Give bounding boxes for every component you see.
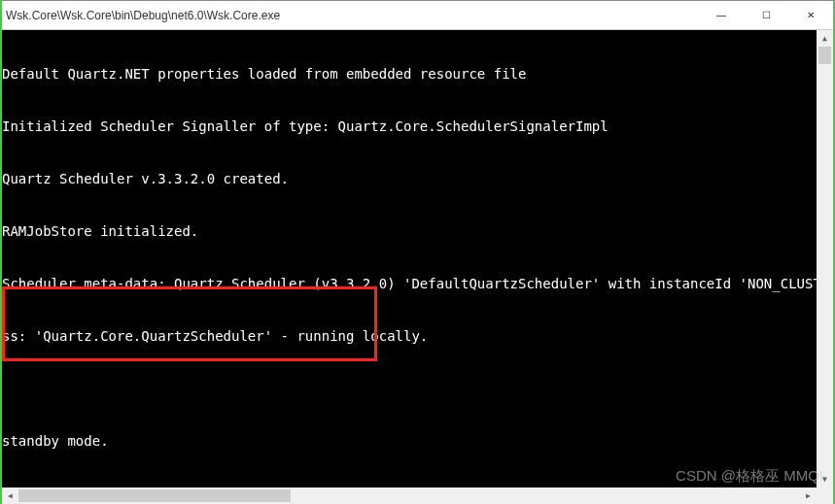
scroll-right-icon[interactable]: ▶ <box>800 487 817 504</box>
vertical-scrollbar[interactable]: ▲ ▼ <box>817 30 833 487</box>
scroll-down-icon[interactable]: ▼ <box>817 471 833 487</box>
scroll-track-h[interactable] <box>18 487 800 504</box>
scroll-thumb-v[interactable] <box>818 47 831 64</box>
scroll-thumb-h[interactable] <box>18 489 291 502</box>
highlight-annotation <box>2 286 377 361</box>
scroll-left-icon[interactable]: ◀ <box>2 487 18 504</box>
minimize-button[interactable]: — <box>699 1 744 29</box>
console-line: Default Quartz.NET properties loaded fro… <box>2 65 817 83</box>
console-area[interactable]: Default Quartz.NET properties loaded fro… <box>2 30 833 504</box>
console-line <box>2 380 817 397</box>
scrollbar-corner <box>817 487 833 504</box>
maximize-button[interactable]: ☐ <box>744 1 788 29</box>
console-line: Scheduler meta-data: Quartz Scheduler (v… <box>2 275 817 292</box>
window-title: Wsk.Core\Wsk.Core\bin\Debug\net6.0\Wsk.C… <box>2 9 699 22</box>
titlebar[interactable]: Wsk.Core\Wsk.Core\bin\Debug\net6.0\Wsk.C… <box>2 1 833 30</box>
close-button[interactable]: ✕ <box>788 1 833 29</box>
console-line: Initialized Scheduler Signaller of type:… <box>2 118 817 135</box>
console-line: Quartz Scheduler v.3.3.2.0 created. <box>2 170 817 187</box>
console-line: standby mode. <box>2 432 817 450</box>
scroll-track-v[interactable] <box>817 47 833 471</box>
horizontal-scrollbar[interactable]: ◀ ▶ <box>2 487 817 504</box>
app-window: Wsk.Core\Wsk.Core\bin\Debug\net6.0\Wsk.C… <box>0 0 835 504</box>
console-content: Default Quartz.NET properties loaded fro… <box>2 30 817 487</box>
console-line: ss: 'Quartz.Core.QuartzScheduler' - runn… <box>2 327 817 345</box>
window-controls: — ☐ ✕ <box>699 1 833 29</box>
console-line: RAMJobStore initialized. <box>2 222 817 240</box>
scroll-up-icon[interactable]: ▲ <box>817 30 833 47</box>
